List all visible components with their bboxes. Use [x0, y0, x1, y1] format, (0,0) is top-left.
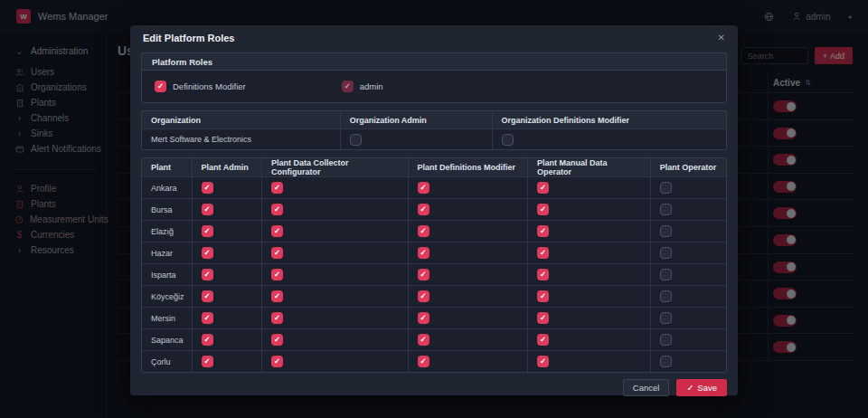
checkbox[interactable] — [660, 312, 672, 324]
checkbox[interactable]: ✓ — [202, 204, 213, 215]
checkbox[interactable]: ✓ — [202, 334, 213, 346]
checkbox: ✓ — [342, 81, 354, 92]
checkbox[interactable]: ✓ — [418, 290, 429, 302]
checkbox-cell: ✓ — [528, 177, 651, 198]
checkbox-cell: ✓ — [193, 286, 263, 307]
checkbox[interactable] — [660, 356, 672, 367]
check-icon: ✓ — [420, 336, 427, 344]
checkbox-cell: ✓ — [528, 329, 651, 350]
check-icon: ✓ — [274, 292, 280, 300]
checkbox-cell: ✓ — [262, 308, 409, 328]
platform-roles-body: ✓Definitions Modifier✓admin — [142, 71, 726, 102]
checkbox-cell — [651, 351, 726, 372]
checkbox[interactable]: ✓ — [537, 290, 549, 302]
save-button[interactable]: ✓ Save — [676, 379, 727, 396]
checkbox[interactable]: ✓ — [202, 356, 213, 367]
cancel-button[interactable]: Cancel — [623, 379, 670, 396]
check-icon: ✓ — [540, 292, 546, 300]
checkbox-cell — [651, 199, 726, 220]
checkbox[interactable]: ✓ — [537, 356, 549, 367]
checkbox[interactable]: ✓ — [271, 312, 283, 324]
platform-roles-section: Platform Roles ✓Definitions Modifier✓adm… — [141, 52, 727, 103]
check-icon: ✓ — [420, 271, 427, 279]
checkbox[interactable]: ✓ — [271, 247, 283, 259]
checkbox[interactable] — [660, 269, 672, 280]
checkbox-cell: ✓ — [262, 264, 409, 285]
check-icon: ✓ — [274, 184, 280, 192]
checkbox[interactable]: ✓ — [537, 247, 549, 259]
checkbox[interactable] — [350, 134, 362, 146]
plant-name-cell: Bursa — [142, 199, 193, 220]
column-header: Organization Definitions Modifier — [493, 111, 726, 128]
close-icon[interactable]: ✕ — [718, 33, 725, 43]
platform-role-label: admin — [360, 81, 383, 91]
checkbox[interactable]: ✓ — [418, 334, 429, 346]
table-row: Isparta✓✓✓✓ — [142, 263, 726, 285]
checkbox[interactable]: ✓ — [418, 225, 429, 237]
checkbox[interactable]: ✓ — [202, 247, 213, 259]
checkbox[interactable] — [660, 204, 672, 215]
checkbox[interactable]: ✓ — [418, 312, 429, 324]
check-icon: ✓ — [274, 357, 280, 366]
checkbox[interactable]: ✓ — [271, 204, 283, 215]
checkbox[interactable]: ✓ — [202, 290, 213, 302]
checkbox[interactable]: ✓ — [271, 182, 283, 194]
column-header: Plant Definitions Modifier — [409, 158, 528, 176]
check-icon: ✓ — [274, 336, 280, 344]
checkbox-cell: ✓ — [528, 286, 651, 307]
checkbox-cell: ✓ — [528, 351, 651, 372]
checkbox[interactable] — [502, 134, 514, 146]
checkbox[interactable] — [660, 225, 672, 237]
checkbox[interactable]: ✓ — [418, 269, 429, 280]
checkbox[interactable] — [660, 247, 672, 259]
checkbox-cell: ✓ — [193, 177, 263, 198]
checkbox[interactable]: ✓ — [537, 225, 549, 237]
checkbox[interactable]: ✓ — [537, 204, 549, 215]
checkbox[interactable] — [660, 334, 672, 346]
checkbox[interactable]: ✓ — [271, 356, 283, 367]
check-icon: ✓ — [157, 82, 164, 90]
checkbox[interactable]: ✓ — [418, 356, 429, 367]
table-row: Elazığ✓✓✓✓ — [142, 220, 726, 242]
column-header: Plant Admin — [193, 158, 263, 176]
checkbox[interactable]: ✓ — [537, 269, 549, 280]
check-icon: ✓ — [274, 271, 280, 279]
checkbox-cell: ✓ — [409, 351, 528, 372]
plant-table-header: PlantPlant AdminPlant Data Collector Con… — [142, 158, 726, 176]
checkbox[interactable]: ✓ — [271, 290, 283, 302]
checkbox[interactable] — [660, 290, 672, 302]
checkbox[interactable]: ✓ — [418, 247, 429, 259]
checkbox-cell: ✓ — [193, 308, 263, 328]
checkbox[interactable]: ✓ — [202, 182, 213, 194]
column-header: Organization — [142, 111, 341, 128]
check-icon: ✓ — [540, 227, 546, 235]
check-icon: ✓ — [203, 205, 210, 214]
plant-name-cell: Sapanca — [142, 329, 193, 350]
checkbox[interactable]: ✓ — [155, 81, 166, 92]
checkbox[interactable]: ✓ — [537, 334, 549, 346]
checkbox[interactable]: ✓ — [537, 312, 549, 324]
table-row: Çorlu✓✓✓✓ — [142, 350, 726, 372]
checkbox[interactable]: ✓ — [202, 225, 213, 237]
table-row: Mersin✓✓✓✓ — [142, 307, 726, 328]
plant-name-cell: Köyceğiz — [142, 286, 193, 307]
checkbox[interactable]: ✓ — [202, 269, 213, 280]
check-icon: ✓ — [203, 314, 210, 322]
checkbox[interactable]: ✓ — [537, 182, 549, 194]
check-icon: ✓ — [274, 249, 280, 257]
checkbox[interactable]: ✓ — [418, 182, 429, 194]
checkbox[interactable]: ✓ — [271, 269, 283, 280]
checkbox[interactable]: ✓ — [202, 312, 213, 324]
checkbox[interactable]: ✓ — [418, 204, 429, 215]
check-icon: ✓ — [540, 336, 546, 344]
check-icon: ✓ — [540, 314, 546, 322]
checkbox[interactable]: ✓ — [271, 225, 283, 237]
checkbox[interactable]: ✓ — [271, 334, 283, 346]
checkbox[interactable] — [660, 182, 672, 194]
checkbox-cell: ✓ — [528, 221, 651, 242]
checkbox-cell — [651, 308, 726, 328]
checkbox-cell: ✓ — [528, 308, 651, 328]
checkbox-cell: ✓ — [262, 242, 409, 263]
checkbox-cell: ✓ — [409, 199, 528, 220]
platform-role-label: Definitions Modifier — [173, 81, 246, 91]
